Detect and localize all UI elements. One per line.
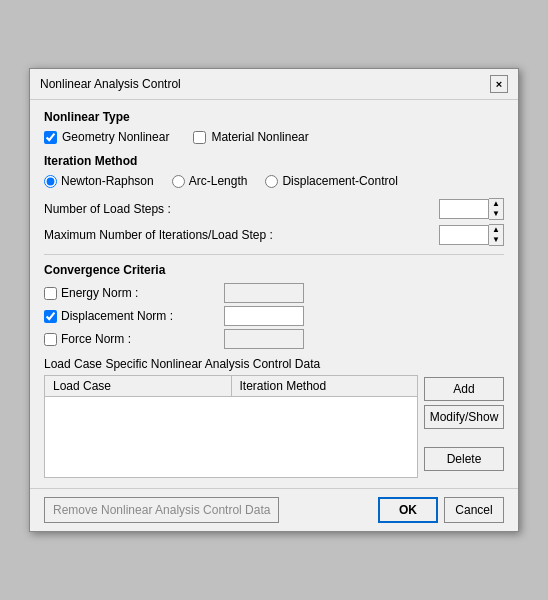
displacement-norm-row: Displacement Norm : 0.001 — [44, 306, 504, 326]
energy-norm-checkbox[interactable] — [44, 287, 57, 300]
material-nonlinear-checkbox[interactable] — [193, 131, 206, 144]
table-col-load-case: Load Case — [45, 376, 232, 396]
iteration-method-title: Iteration Method — [44, 154, 504, 168]
convergence-section: Convergence Criteria Energy Norm : 0.001… — [44, 263, 504, 349]
dialog-title: Nonlinear Analysis Control — [40, 77, 181, 91]
load-case-buttons: Add Modify/Show Delete — [424, 375, 504, 478]
material-nonlinear-label: Material Nonlinear — [211, 130, 308, 144]
load-case-table: Load Case Iteration Method — [44, 375, 418, 478]
max-iterations-input[interactable]: 30 — [439, 225, 489, 245]
force-norm-label: Force Norm : — [61, 332, 131, 346]
title-bar: Nonlinear Analysis Control × — [30, 69, 518, 100]
force-norm-label-group: Force Norm : — [44, 332, 224, 346]
nonlinear-type-group: Geometry Nonlinear Material Nonlinear — [44, 130, 504, 144]
divider1 — [44, 254, 504, 255]
bottom-bar: Remove Nonlinear Analysis Control Data O… — [30, 488, 518, 531]
iteration-method-section: Iteration Method Newton-Raphson Arc-Leng… — [44, 154, 504, 188]
displacement-norm-label-group: Displacement Norm : — [44, 309, 224, 323]
displacement-norm-label: Displacement Norm : — [61, 309, 173, 323]
energy-norm-row: Energy Norm : 0.001 — [44, 283, 504, 303]
force-norm-row: Force Norm : 0.001 — [44, 329, 504, 349]
displacement-norm-checkbox[interactable] — [44, 310, 57, 323]
newton-raphson-item: Newton-Raphson — [44, 174, 154, 188]
load-steps-spinbox: 1 ▲ ▼ — [439, 198, 504, 220]
displacement-norm-input[interactable]: 0.001 — [224, 306, 304, 326]
ok-button[interactable]: OK — [378, 497, 438, 523]
add-button[interactable]: Add — [424, 377, 504, 401]
material-nonlinear-item: Material Nonlinear — [193, 130, 308, 144]
max-iterations-row: Maximum Number of Iterations/Load Step :… — [44, 224, 504, 246]
arc-length-item: Arc-Length — [172, 174, 248, 188]
close-icon: × — [496, 78, 502, 90]
load-case-specific-label: Load Case Specific Nonlinear Analysis Co… — [44, 357, 504, 371]
dialog: Nonlinear Analysis Control × Nonlinear T… — [29, 68, 519, 532]
arc-length-radio[interactable] — [172, 175, 185, 188]
cancel-button[interactable]: Cancel — [444, 497, 504, 523]
geometry-nonlinear-checkbox[interactable] — [44, 131, 57, 144]
force-norm-checkbox[interactable] — [44, 333, 57, 346]
energy-norm-input[interactable]: 0.001 — [224, 283, 304, 303]
nonlinear-type-title: Nonlinear Type — [44, 110, 504, 124]
nonlinear-type-section: Nonlinear Type Geometry Nonlinear Materi… — [44, 110, 504, 144]
geometry-nonlinear-label: Geometry Nonlinear — [62, 130, 169, 144]
ok-cancel-group: OK Cancel — [378, 497, 504, 523]
energy-norm-label: Energy Norm : — [61, 286, 138, 300]
modify-show-button[interactable]: Modify/Show — [424, 405, 504, 429]
newton-raphson-label: Newton-Raphson — [61, 174, 154, 188]
energy-norm-label-group: Energy Norm : — [44, 286, 224, 300]
table-header: Load Case Iteration Method — [45, 376, 417, 397]
geometry-nonlinear-item: Geometry Nonlinear — [44, 130, 169, 144]
max-iterations-spin-buttons: ▲ ▼ — [489, 224, 504, 246]
remove-button[interactable]: Remove Nonlinear Analysis Control Data — [44, 497, 279, 523]
table-col-iteration-method: Iteration Method — [232, 376, 418, 396]
max-iterations-down-button[interactable]: ▼ — [489, 235, 503, 245]
load-steps-spin-buttons: ▲ ▼ — [489, 198, 504, 220]
displacement-control-label: Displacement-Control — [282, 174, 397, 188]
force-norm-input[interactable]: 0.001 — [224, 329, 304, 349]
displacement-control-item: Displacement-Control — [265, 174, 397, 188]
delete-button[interactable]: Delete — [424, 447, 504, 471]
table-body — [45, 397, 417, 477]
load-steps-label: Number of Load Steps : — [44, 202, 439, 216]
displacement-control-radio[interactable] — [265, 175, 278, 188]
max-iterations-spinbox: 30 ▲ ▼ — [439, 224, 504, 246]
dialog-content: Nonlinear Type Geometry Nonlinear Materi… — [30, 100, 518, 488]
load-case-container: Load Case Iteration Method Add Modify/Sh… — [44, 375, 504, 478]
max-iterations-label: Maximum Number of Iterations/Load Step : — [44, 228, 439, 242]
load-steps-row: Number of Load Steps : 1 ▲ ▼ — [44, 198, 504, 220]
load-steps-input[interactable]: 1 — [439, 199, 489, 219]
load-steps-down-button[interactable]: ▼ — [489, 209, 503, 219]
close-button[interactable]: × — [490, 75, 508, 93]
newton-raphson-radio[interactable] — [44, 175, 57, 188]
max-iterations-up-button[interactable]: ▲ — [489, 225, 503, 235]
arc-length-label: Arc-Length — [189, 174, 248, 188]
convergence-title: Convergence Criteria — [44, 263, 504, 277]
iteration-method-group: Newton-Raphson Arc-Length Displacement-C… — [44, 174, 504, 188]
load-steps-up-button[interactable]: ▲ — [489, 199, 503, 209]
